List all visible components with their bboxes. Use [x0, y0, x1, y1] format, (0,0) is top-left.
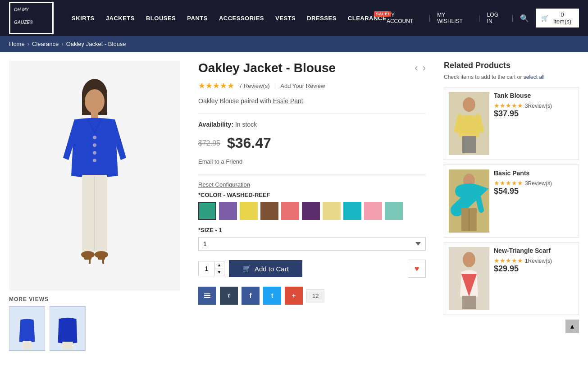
twitter-share-button[interactable]: t [263, 287, 281, 305]
essie-pant-link[interactable]: Essie Pant [273, 97, 303, 105]
divider-2 [198, 174, 426, 174]
product-images: MORE VIEWS [9, 61, 180, 351]
main-product-image [9, 61, 180, 291]
prev-product-arrow[interactable]: ‹ [415, 62, 418, 74]
log-in-link[interactable]: LOG IN [487, 12, 505, 24]
related-name-triangle-scarf[interactable]: New-Triangle Scarf [494, 247, 574, 254]
add-to-cart-row: ▲ ▼ 🛒 Add to Cart ♥ [198, 260, 426, 278]
add-to-cart-button[interactable]: 🛒 Add to Cart [229, 260, 302, 277]
related-image-basic-pants[interactable] [449, 169, 489, 233]
nav-skirts[interactable]: SKIRTS [72, 15, 95, 22]
old-price: $72.95 [198, 139, 220, 147]
more-views-label: MORE VIEWS [9, 296, 180, 302]
tumblr-share-button[interactable]: t [220, 287, 238, 305]
main-nav: SKIRTS JACKETS BLOUSES PANTS ACCESSORIES… [72, 15, 387, 22]
related-item-basic-pants: Basic Pants ★★★★★ 3Review(s) $54.95 [444, 165, 579, 238]
new-price: $36.47 [227, 135, 271, 151]
related-rating-triangle-scarf: ★★★★★ 1Review(s) [494, 257, 574, 264]
related-price-triangle-scarf: $29.95 [494, 264, 574, 274]
breadcrumb-clearance[interactable]: Clearance [32, 41, 59, 47]
qty-down-button[interactable]: ▼ [215, 269, 223, 276]
add-review-link[interactable]: Add Your Review [280, 82, 325, 89]
scroll-up-button[interactable]: ▲ [565, 320, 579, 333]
size-select[interactable]: 1 2 3 [198, 237, 426, 251]
thumbnails [9, 306, 180, 351]
related-stars-triangle-scarf: ★★★★★ [494, 257, 523, 264]
next-product-arrow[interactable]: › [423, 62, 426, 74]
related-info-basic-pants: Basic Pants ★★★★★ 3Review(s) $54.95 [494, 169, 574, 196]
quantity-field[interactable] [199, 261, 215, 276]
nav-clearance[interactable]: CLEARANCE SALE! [348, 15, 387, 22]
search-button[interactable]: 🔍 [520, 14, 529, 23]
breadcrumb-home[interactable]: Home [9, 41, 25, 47]
select-all-link[interactable]: select all [524, 74, 545, 80]
qty-arrows: ▲ ▼ [215, 262, 223, 276]
color-swatch-coral[interactable] [281, 202, 299, 220]
google-share-button[interactable]: + [285, 287, 303, 305]
svg-point-32 [463, 252, 475, 267]
related-image-tank-blouse[interactable] [449, 92, 489, 155]
product-description: Oakley Blouse paired with Essie Pant [198, 97, 426, 105]
related-name-tank-blouse[interactable]: Tank Blouse [494, 92, 574, 99]
sale-badge: SALE! [374, 11, 391, 17]
color-swatch-cyan[interactable] [343, 202, 361, 220]
color-swatch-pink[interactable] [364, 202, 382, 220]
product-detail: Oakley Jacket - Blouse ‹ › ★★★★★ 7 Revie… [189, 61, 435, 351]
nav-jackets[interactable]: JACKETS [106, 15, 135, 22]
nav-vests[interactable]: VESTS [275, 15, 296, 22]
share-count: 12 [306, 289, 324, 302]
related-image-triangle-scarf[interactable] [449, 247, 489, 310]
logo-registered: ® [30, 20, 33, 25]
related-reviews-triangle-scarf: 1Review(s) [525, 258, 552, 264]
svg-point-5 [93, 136, 96, 139]
color-swatch-brown[interactable] [260, 202, 278, 220]
color-swatch-yellow[interactable] [240, 202, 258, 220]
related-info-tank-blouse: Tank Blouse ★★★★★ 3Review(s) $37.95 [494, 92, 574, 119]
svg-point-3 [85, 89, 105, 114]
facebook-share-button[interactable]: f [242, 287, 260, 305]
related-item-tank-blouse: Tank Blouse ★★★★★ 3Review(s) $37.95 [444, 87, 579, 160]
social-share-row: t f t + 12 [198, 287, 426, 305]
nav-accessories[interactable]: ACCESSORIES [219, 15, 264, 22]
color-swatch-lightyellow[interactable] [323, 202, 341, 220]
rating-row: ★★★★★ 7 Review(s) | Add Your Review [198, 81, 426, 91]
cart-icon-btn: 🛒 [242, 265, 251, 273]
color-label: *COLOR - WASHED-REEF [198, 192, 426, 198]
nav-blouses[interactable]: BLOUSES [146, 15, 176, 22]
svg-rect-23 [204, 297, 210, 298]
related-rating-tank-blouse: ★★★★★ 3Review(s) [494, 102, 574, 109]
heart-icon: ♥ [415, 264, 419, 274]
email-friend-link[interactable]: Email to a Friend [198, 158, 426, 165]
reset-config-link[interactable]: Reset Configuration [198, 181, 426, 188]
my-wishlist-link[interactable]: MY WISHLIST [437, 12, 472, 24]
logo[interactable]: OH MY GAUZE® [9, 2, 54, 34]
logo-text: OH MY GAUZE [14, 7, 30, 25]
nav-pants[interactable]: PANTS [187, 15, 208, 22]
related-name-basic-pants[interactable]: Basic Pants [494, 169, 574, 177]
price-row: $72.95 $36.47 [198, 135, 426, 151]
svg-point-8 [93, 159, 96, 162]
main-container: MORE VIEWS Oakley Jacket - Blouse [0, 52, 588, 360]
color-swatch-darkpurple[interactable] [302, 202, 320, 220]
buffer-share-button[interactable] [198, 287, 216, 305]
cart-count: 0 item(s) [551, 11, 574, 25]
my-account-link[interactable]: MY ACCOUNT [387, 12, 422, 24]
cart-button[interactable]: 🛒 0 item(s) [536, 9, 579, 27]
svg-point-25 [463, 97, 475, 112]
color-swatch-purple[interactable] [219, 202, 237, 220]
color-swatch-seafoam[interactable] [385, 202, 403, 220]
svg-rect-26 [462, 136, 476, 153]
svg-rect-20 [62, 342, 73, 350]
nav-dresses[interactable]: DRESSES [307, 15, 337, 22]
related-item-triangle-scarf: New-Triangle Scarf ★★★★★ 1Review(s) $29.… [444, 242, 579, 315]
svg-point-6 [93, 143, 96, 147]
quantity-input: ▲ ▼ [198, 261, 224, 276]
color-swatch-teal[interactable] [198, 202, 216, 220]
thumbnail-1[interactable] [9, 306, 45, 351]
thumbnail-2[interactable] [50, 306, 86, 351]
related-stars-basic-pants: ★★★★★ [494, 179, 523, 187]
qty-up-button[interactable]: ▲ [215, 262, 223, 269]
wishlist-button[interactable]: ♥ [408, 260, 426, 278]
svg-rect-16 [102, 257, 104, 264]
availability-row: Availability: In stock [198, 121, 426, 128]
